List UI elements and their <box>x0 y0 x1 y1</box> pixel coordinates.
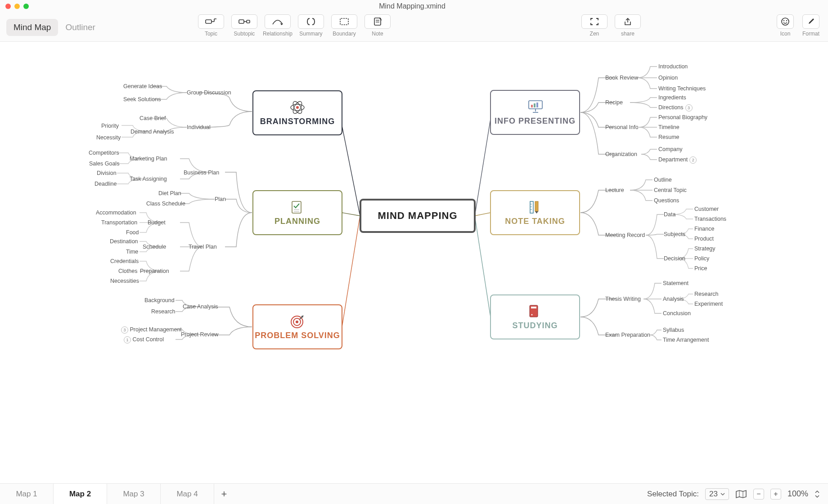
map-overview-icon[interactable] <box>735 489 747 499</box>
node-budget[interactable]: Budget <box>148 219 166 226</box>
node-individual[interactable]: Individual <box>187 124 211 130</box>
node-division[interactable]: Division <box>97 170 117 176</box>
node-exam-preparation[interactable]: Exam Preparation <box>605 332 650 338</box>
boundary-button[interactable] <box>331 14 357 29</box>
node-plan[interactable]: Plan <box>215 196 226 202</box>
node-conclusion[interactable]: Conclusion <box>663 310 691 317</box>
topic-brainstorming[interactable]: BRAINSTORMING <box>252 90 342 135</box>
node-accommodation[interactable]: Accommodation <box>96 210 136 216</box>
node-necessities[interactable]: Necessities <box>110 278 139 284</box>
node-project-review[interactable]: Project Review <box>181 331 218 338</box>
node-task-assigning[interactable]: Task Assigning <box>130 176 167 182</box>
node-background[interactable]: Background <box>144 297 175 303</box>
node-customer[interactable]: Customer <box>694 206 719 212</box>
topic-studying[interactable]: STUDYING <box>490 294 580 339</box>
minimize-window-button[interactable] <box>14 4 20 9</box>
node-demand-analysis[interactable]: Demand Analysis <box>130 129 174 135</box>
relationship-button[interactable] <box>265 14 291 29</box>
node-organization[interactable]: Organization <box>605 151 637 157</box>
zoom-in-button[interactable]: + <box>770 489 781 500</box>
close-window-button[interactable] <box>5 4 11 9</box>
node-destination[interactable]: Destination <box>110 238 138 245</box>
node-priority[interactable]: Priority <box>101 123 119 129</box>
node-finance[interactable]: Finance <box>694 226 714 232</box>
zen-button[interactable] <box>581 14 608 29</box>
node-travel-plan[interactable]: Travel Plan <box>189 244 217 250</box>
node-recipe[interactable]: Recipe <box>605 99 623 106</box>
format-button[interactable] <box>802 14 819 29</box>
topic-info-presenting[interactable]: INFO PRESENTING <box>490 90 580 135</box>
node-generate-ideas[interactable]: Generate Ideas <box>123 83 162 89</box>
node-competitors[interactable]: Competitors <box>89 150 119 156</box>
node-necessity[interactable]: Necessity <box>96 134 121 141</box>
node-deadline[interactable]: Deadline <box>94 181 117 187</box>
sheet-tab-2[interactable]: Map 2 <box>54 484 107 504</box>
node-business-plan[interactable]: Business Plan <box>184 169 219 176</box>
node-group-discussion[interactable]: Group Discussion <box>187 89 231 96</box>
node-seek-solutions[interactable]: Seek Solutions <box>123 96 161 103</box>
node-project-management[interactable]: 3 Project Management <box>119 326 182 334</box>
node-transactions[interactable]: Transactions <box>694 216 726 222</box>
node-case-analysis[interactable]: Case Analysis <box>183 303 218 310</box>
topic-problem-solving[interactable]: PROBLEM SOLVING <box>252 304 342 349</box>
node-research-st[interactable]: Research <box>694 291 719 297</box>
tab-mind-map[interactable]: Mind Map <box>6 19 58 36</box>
zoom-stepper-icon[interactable] <box>814 490 820 499</box>
node-statement[interactable]: Statement <box>663 280 688 286</box>
sheet-tab-4[interactable]: Map 4 <box>161 484 214 504</box>
node-analysis[interactable]: Analysis <box>663 296 684 302</box>
node-ingredients[interactable]: Ingredients <box>658 94 686 101</box>
node-writing-techniques[interactable]: Writing Techniques <box>658 85 706 92</box>
node-preparation[interactable]: Preparation <box>140 268 169 274</box>
node-time[interactable]: Time <box>126 249 138 255</box>
node-product[interactable]: Product <box>694 236 714 242</box>
node-department[interactable]: Department2 <box>658 156 697 164</box>
topic-planning[interactable]: PLANNING <box>252 190 342 235</box>
subtopic-button[interactable] <box>231 14 257 29</box>
node-clothes[interactable]: Clothes <box>118 268 137 274</box>
tab-outliner[interactable]: Outliner <box>58 19 103 36</box>
node-central-topic[interactable]: Central Topic <box>654 187 687 193</box>
node-personal-info[interactable]: Personal Info <box>605 124 639 130</box>
maximize-window-button[interactable] <box>23 4 29 9</box>
node-strategy[interactable]: Strategy <box>694 245 716 252</box>
node-research-ps[interactable]: Research <box>151 308 176 315</box>
node-directions[interactable]: Directions3 <box>658 104 693 112</box>
icon-button[interactable] <box>777 14 794 29</box>
node-time-arrangement[interactable]: Time Arrangement <box>663 337 709 343</box>
node-questions[interactable]: Questions <box>654 197 679 204</box>
node-decision[interactable]: Decision <box>664 255 685 262</box>
node-introduction[interactable]: Introduction <box>658 63 688 70</box>
add-sheet-button[interactable]: + <box>214 488 234 500</box>
share-button[interactable] <box>615 14 641 29</box>
node-diet-plan[interactable]: Diet Plan <box>158 190 181 196</box>
node-class-schedule[interactable]: Class Schedule <box>146 201 185 207</box>
summary-button[interactable] <box>298 14 324 29</box>
node-syllabus[interactable]: Syllabus <box>663 327 684 333</box>
node-meeting-record[interactable]: Meeting Record <box>605 232 645 238</box>
node-credentials[interactable]: Credentials <box>110 258 139 264</box>
node-transportation[interactable]: Transportation <box>101 219 137 226</box>
node-company[interactable]: Company <box>658 146 683 152</box>
topic-button[interactable] <box>198 14 224 29</box>
note-button[interactable] <box>364 14 391 29</box>
node-experiment[interactable]: Experiment <box>694 301 723 307</box>
central-topic[interactable]: MIND MAPPING <box>360 199 476 233</box>
node-resume[interactable]: Resume <box>658 134 680 140</box>
node-schedule[interactable]: Schedule <box>143 244 166 250</box>
node-food[interactable]: Food <box>126 229 139 236</box>
node-personal-biography[interactable]: Personal Biography <box>658 114 707 120</box>
node-cost-control[interactable]: 1 Cost Control <box>122 336 164 343</box>
sheet-tab-1[interactable]: Map 1 <box>0 484 54 504</box>
node-subjects[interactable]: Subjects <box>664 231 685 237</box>
zoom-out-button[interactable]: − <box>753 489 764 500</box>
node-policy[interactable]: Policy <box>694 255 709 262</box>
node-marketing-plan[interactable]: Marketing Plan <box>130 156 167 162</box>
node-book-review[interactable]: Book Review <box>605 75 638 81</box>
node-opinion[interactable]: Opinion <box>658 75 678 81</box>
node-thesis-writing[interactable]: Thesis Writing <box>605 296 641 302</box>
node-case-brief[interactable]: Case Brief <box>140 115 166 121</box>
topic-note-taking[interactable]: NOTE TAKING <box>490 190 580 235</box>
node-outline[interactable]: Outline <box>654 177 672 183</box>
node-data[interactable]: Data <box>664 211 675 218</box>
